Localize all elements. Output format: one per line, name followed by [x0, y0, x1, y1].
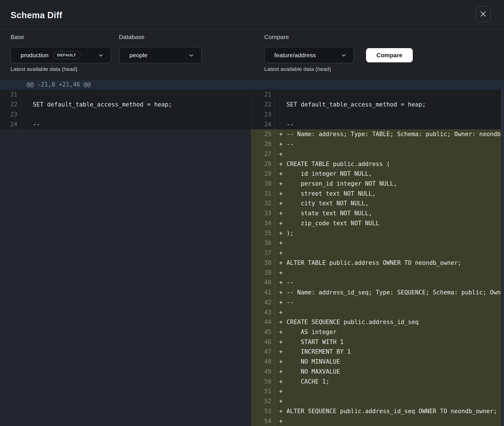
close-button[interactable] [475, 6, 491, 22]
diff-marker: + [275, 161, 286, 167]
code-text: -- [286, 299, 504, 306]
line-number: 54 [251, 416, 275, 426]
code-text: CREATE SEQUENCE public.address_id_seq [286, 319, 504, 325]
modal-header: Schema Diff [0, 0, 504, 30]
code-text: START WITH 1 [286, 339, 504, 345]
diff-row: 30+ person_id integer NOT NULL, [251, 179, 504, 189]
close-icon [479, 10, 487, 18]
page-title: Schema Diff [11, 10, 62, 21]
line-number: 38 [251, 258, 275, 268]
compare-branch-select[interactable]: feature/address [264, 47, 354, 63]
database-value: people [129, 52, 147, 59]
code-text: -- [286, 121, 504, 128]
code-text: ALTER TABLE public.address OWNER TO neon… [286, 259, 504, 266]
diff-marker: + [275, 289, 286, 296]
diff-row: 22SET default_table_access_method = heap… [0, 100, 251, 110]
diff-row: 38+ALTER TABLE public.address OWNER TO n… [251, 258, 504, 268]
chevron-down-icon [98, 52, 104, 58]
line-number: 41 [251, 288, 275, 298]
diff-row: 26+-- [251, 139, 504, 149]
diff-marker: + [275, 151, 286, 157]
diff-row: 22SET default_table_access_method = heap… [251, 100, 504, 110]
line-number: 27 [251, 149, 275, 159]
diff-row: 29+ id integer NOT NULL, [251, 169, 504, 179]
diff-marker: + [275, 329, 286, 335]
line-number: 25 [251, 129, 275, 139]
compare-label: Compare [264, 34, 289, 40]
diff-marker: + [275, 230, 286, 237]
diff-row: 51+ [251, 386, 504, 396]
diff-row: 37+ [251, 248, 504, 258]
code-text: city text NOT NULL, [286, 200, 504, 207]
compare-button[interactable]: Compare [366, 48, 413, 62]
diff-marker: + [275, 180, 286, 187]
line-number: 48 [251, 357, 275, 367]
scrollbar-track[interactable] [501, 90, 504, 426]
diff-row: 49+ NO MAXVALUE [251, 367, 504, 377]
code-text: ALTER SEQUENCE public.address_id_seq OWN… [286, 408, 504, 415]
line-number: 32 [251, 198, 275, 208]
diff-row: 48+ NO MINVALUE [251, 357, 504, 367]
diff-row: 40+-- [251, 278, 504, 288]
database-label: Database [119, 34, 145, 40]
diff-row: 24-- [251, 119, 504, 129]
base-branch-value: production [21, 52, 48, 59]
chevron-down-icon [341, 52, 347, 58]
diff-marker: + [275, 249, 286, 256]
diff-row: 52+ [251, 396, 504, 406]
code-text: SET default_table_access_method = heap; [33, 101, 251, 108]
line-number: 52 [251, 396, 275, 406]
line-number: 51 [251, 386, 275, 396]
diff-view: @@ -21,8 +21,46 @@ 2122SET default_table… [0, 80, 504, 426]
line-number: 39 [251, 268, 275, 278]
diff-row: 28+CREATE TABLE public.address ( [251, 159, 504, 169]
diff-marker: + [275, 259, 286, 266]
diff-marker: + [275, 388, 286, 395]
line-number: 34 [251, 218, 275, 228]
code-text: -- Name: address_id_seq; Type: SEQUENCE;… [286, 289, 504, 296]
diff-marker: + [275, 418, 286, 425]
line-number: 21 [0, 90, 21, 100]
diff-marker: + [275, 398, 286, 405]
line-number: 35 [251, 228, 275, 238]
diff-row: 24-- [0, 119, 251, 129]
chevron-down-icon [188, 52, 194, 58]
database-select[interactable]: people [119, 47, 202, 63]
code-text: -- Name: address; Type: TABLE; Schema: p… [286, 131, 504, 138]
diff-marker: + [275, 299, 286, 306]
diff-row: 25+-- Name: address; Type: TABLE; Schema… [251, 129, 504, 139]
code-text: SET default_table_access_method = heap; [286, 101, 504, 108]
code-text: AS integer [286, 329, 504, 335]
diff-marker: + [275, 408, 286, 415]
diff-pane-base: 2122SET default_table_access_method = he… [0, 90, 251, 426]
code-text: CACHE 1; [286, 378, 504, 385]
code-text: zip_code text NOT NULL [286, 220, 504, 227]
diff-row: 43+ [251, 307, 504, 317]
base-branch-select[interactable]: production DEFAULT [11, 47, 111, 63]
diff-row: 50+ CACHE 1; [251, 376, 504, 386]
diff-marker: + [275, 348, 286, 355]
line-number: 40 [251, 278, 275, 288]
diff-marker: + [275, 220, 286, 227]
line-number: 22 [0, 100, 21, 110]
line-number: 47 [251, 347, 275, 357]
schema-diff-modal: Schema Diff Base Database Compare produc… [0, 0, 504, 426]
diff-row: 36+ [251, 238, 504, 248]
diff-row: 53+ALTER SEQUENCE public.address_id_seq … [251, 406, 504, 416]
diff-marker: + [275, 170, 286, 177]
diff-row: 47+ INCREMENT BY 1 [251, 347, 504, 357]
line-number: 33 [251, 208, 275, 218]
line-number: 49 [251, 367, 275, 377]
line-number: 23 [0, 109, 21, 119]
controls-bar: Base Database Compare production DEFAULT… [0, 30, 504, 80]
diff-row: 31+ street text NOT NULL, [251, 189, 504, 198]
diff-marker: + [275, 319, 286, 325]
default-badge: DEFAULT [53, 51, 80, 59]
line-number: 53 [251, 406, 275, 416]
diff-marker: + [275, 358, 286, 365]
diff-marker: + [275, 141, 286, 148]
code-text: street text NOT NULL, [286, 190, 504, 197]
diff-row: 46+ START WITH 1 [251, 337, 504, 347]
code-text: person_id integer NOT NULL, [286, 180, 504, 187]
diff-row: 39+ [251, 268, 504, 278]
